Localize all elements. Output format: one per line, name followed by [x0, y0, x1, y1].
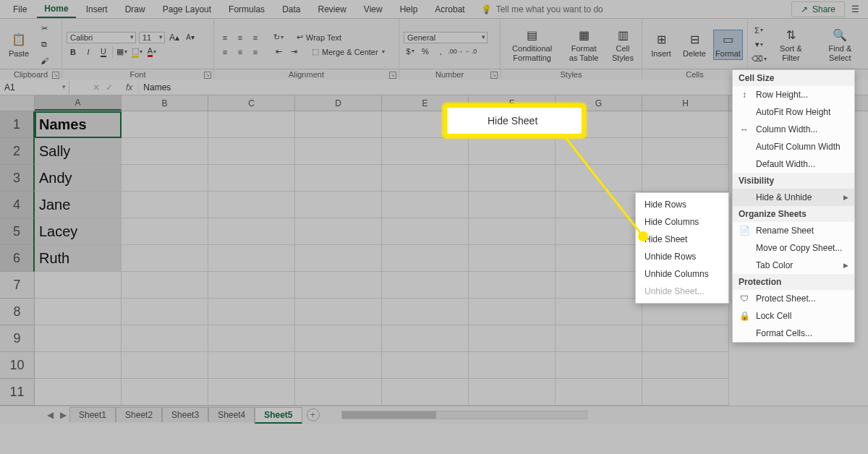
cell[interactable] [556, 379, 642, 406]
menu-column-width[interactable]: ↔Column Width... [733, 121, 854, 138]
tab-page-layout[interactable]: Page Layout [156, 1, 218, 17]
menu-hide-rows[interactable]: Hide Rows [636, 196, 728, 213]
cell[interactable] [122, 272, 208, 299]
cell[interactable] [556, 272, 642, 299]
tab-file[interactable]: File [6, 1, 34, 17]
cell[interactable] [642, 138, 729, 165]
wrap-text-button[interactable]: ↩Wrap Text [295, 31, 343, 43]
cell[interactable] [295, 138, 382, 165]
tab-formulas[interactable]: Formulas [221, 1, 272, 17]
row-header[interactable]: 3 [0, 165, 35, 192]
cell[interactable] [35, 325, 122, 352]
cell[interactable] [382, 352, 469, 379]
cell[interactable] [382, 272, 469, 299]
cell[interactable] [208, 325, 295, 352]
cell[interactable] [35, 272, 122, 299]
cell[interactable] [556, 192, 642, 218]
cell[interactable] [642, 379, 729, 406]
cell[interactable] [382, 299, 469, 325]
format-as-table-button[interactable]: ▦Format as Table [563, 25, 604, 63]
decrease-indent-button[interactable]: ⇤ [272, 46, 285, 59]
copy-button[interactable]: ⧉ [38, 38, 51, 51]
cell[interactable] [122, 111, 208, 138]
align-center-button[interactable]: ≡ [234, 46, 247, 59]
tab-home[interactable]: Home [37, 1, 75, 18]
merge-center-button[interactable]: ⬚Merge & Center [310, 46, 386, 58]
menu-protect-sheet[interactable]: 🛡Protect Sheet... [733, 290, 854, 307]
font-size-select[interactable]: 11 [139, 32, 165, 43]
cell[interactable] [35, 299, 122, 325]
cell[interactable] [382, 165, 469, 192]
menu-unhide-rows[interactable]: Unhide Rows [636, 248, 728, 265]
cell[interactable] [469, 218, 556, 245]
col-header-c[interactable]: C [208, 95, 295, 111]
sheet-tab[interactable]: Sheet2 [116, 407, 162, 422]
tell-me-search[interactable]: 💡 Tell me what you want to do [481, 4, 603, 14]
col-header-a[interactable]: A [35, 95, 122, 111]
cell[interactable] [122, 325, 208, 352]
cell[interactable] [35, 352, 122, 379]
shrink-font-button[interactable]: A▾ [184, 31, 197, 44]
row-header[interactable]: 5 [0, 218, 35, 245]
cell[interactable] [556, 138, 642, 165]
grow-font-button[interactable]: A▴ [168, 31, 181, 44]
cell[interactable] [469, 272, 556, 299]
cell[interactable] [382, 192, 469, 218]
align-bottom-button[interactable]: ≡ [249, 31, 262, 44]
delete-cells-button[interactable]: ⊟Delete [680, 30, 709, 59]
number-dialog-launcher[interactable]: ↘ [490, 72, 498, 79]
border-button[interactable]: ▦ [115, 46, 128, 59]
cell[interactable] [382, 379, 469, 406]
row-header[interactable]: 10 [0, 352, 35, 379]
currency-button[interactable]: $ [404, 45, 417, 58]
cell[interactable] [295, 272, 382, 299]
cell[interactable] [556, 245, 642, 272]
row-header[interactable]: 8 [0, 299, 35, 325]
cell[interactable] [208, 218, 295, 245]
row-header[interactable]: 9 [0, 325, 35, 352]
cancel-formula-button[interactable]: ✕ [90, 81, 103, 94]
tab-view[interactable]: View [357, 1, 390, 17]
row-header[interactable]: 1 [0, 111, 35, 138]
cell[interactable] [122, 299, 208, 325]
cell[interactable] [208, 192, 295, 218]
cell[interactable]: Lacey [35, 218, 122, 245]
cell[interactable]: Andy [35, 165, 122, 192]
italic-button[interactable]: I [82, 46, 95, 59]
sheet-tab[interactable]: Sheet4 [208, 407, 255, 422]
find-select-button[interactable]: 🔍Find & Select [817, 25, 864, 63]
cut-button[interactable]: ✂ [38, 22, 51, 35]
conditional-formatting-button[interactable]: ▤Conditional Formatting [505, 25, 559, 63]
align-right-button[interactable]: ≡ [249, 46, 262, 59]
cell[interactable] [382, 325, 469, 352]
menu-hide-sheet[interactable]: Hide Sheet [636, 231, 728, 248]
cell[interactable] [556, 325, 642, 352]
font-color-button[interactable]: A [145, 46, 158, 59]
cell[interactable] [122, 165, 208, 192]
format-cells-button[interactable]: ▭Format [713, 30, 743, 60]
tab-insert[interactable]: Insert [79, 1, 115, 17]
cell[interactable] [382, 218, 469, 245]
number-format-select[interactable]: General [404, 32, 488, 43]
cell[interactable] [295, 299, 382, 325]
row-header[interactable]: 6 [0, 245, 35, 272]
increase-indent-button[interactable]: ⇥ [287, 46, 300, 59]
enter-formula-button[interactable]: ✓ [103, 81, 116, 94]
percent-button[interactable]: % [419, 45, 432, 58]
cell[interactable] [208, 111, 295, 138]
cell[interactable]: Names [35, 111, 122, 138]
clear-button[interactable]: ⌫ [752, 53, 765, 66]
menu-autofit-col[interactable]: AutoFit Column Width [733, 138, 854, 155]
menu-lock-cell[interactable]: 🔒Lock Cell [733, 307, 854, 325]
cell[interactable]: Sally [35, 138, 122, 165]
font-dialog-launcher[interactable]: ↘ [204, 72, 211, 79]
cell[interactable] [295, 192, 382, 218]
cell[interactable] [469, 165, 556, 192]
bold-button[interactable]: B [67, 46, 80, 59]
cell[interactable] [469, 138, 556, 165]
cell[interactable] [122, 218, 208, 245]
font-name-select[interactable]: Calibri [67, 32, 136, 43]
increase-decimal-button[interactable]: .00→ [449, 45, 462, 58]
orientation-button[interactable]: ↻ [272, 31, 285, 44]
cell[interactable] [295, 165, 382, 192]
